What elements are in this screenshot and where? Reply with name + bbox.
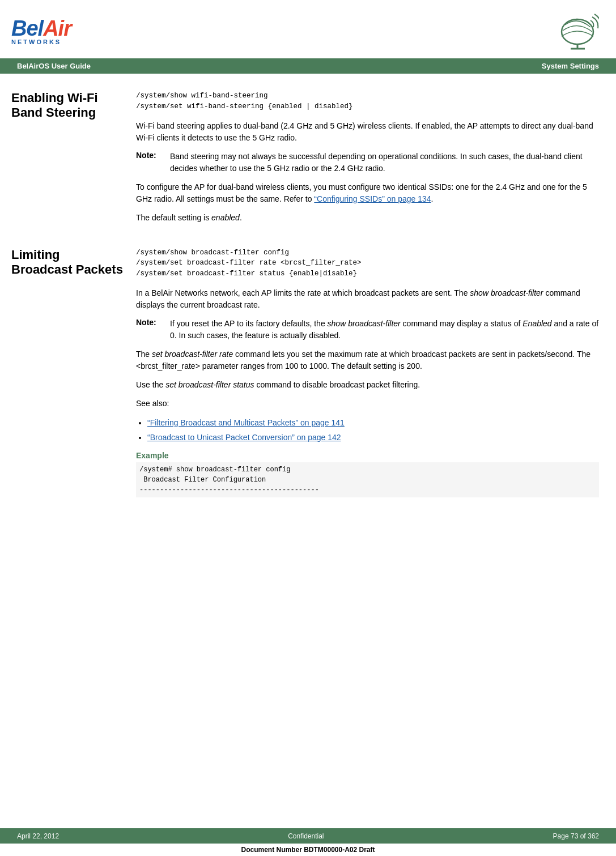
bp4-before: Use the [136, 380, 165, 389]
see-also-list: “Filtering Broadcast and Multicast Packe… [136, 416, 599, 444]
logo-networks-text: NETWORKS [11, 39, 71, 45]
list-item-unicast: “Broadcast to Unicast Packet Conversion”… [147, 431, 599, 444]
logo-air-text: Air [43, 16, 71, 41]
bp4-italic: set broadcast-filter status [165, 380, 254, 389]
logo-belair: BelAir [11, 16, 71, 41]
footer-page: Page 73 of 362 [553, 832, 599, 840]
see-also-label: See also: [136, 398, 599, 410]
section-broadcast-packets: Limiting Broadcast Packets /system/show … [11, 248, 599, 497]
wifi-para-1: Wi-Fi band steering applies to dual-band… [136, 120, 599, 144]
broadcast-note-1: Note: If you reset the AP to its factory… [136, 318, 599, 342]
list-item-filtering: “Filtering Broadcast and Multicast Packe… [147, 416, 599, 429]
wifi-default-italic: enabled [211, 213, 240, 222]
filtering-broadcast-link[interactable]: “Filtering Broadcast and Multicast Packe… [147, 418, 345, 427]
note-content-wifi: Band steering may not always be successf… [170, 151, 599, 174]
logo-area: BelAir NETWORKS [11, 16, 71, 45]
page-footer: April 22, 2012 Confidential Page 73 of 3… [0, 828, 616, 856]
bp1-before: In a BelAir Networks network, each AP li… [136, 288, 470, 297]
logo-bel-text: Bel [11, 16, 43, 41]
note-italic-2: Enabled [522, 319, 551, 328]
section-wifi-band-steering: Enabling Wi-Fi Band Steering /system/sho… [11, 91, 599, 231]
footer-confidential: Confidential [288, 832, 324, 840]
broadcast-code-block: /system/show broadcast-filter config /sy… [136, 248, 599, 279]
section-title-wifi: Enabling Wi-Fi Band Steering [11, 91, 125, 121]
bp3-italic: set broadcast-filter rate [152, 350, 233, 359]
footer-date: April 22, 2012 [17, 832, 59, 840]
section-title-broadcast: Limiting Broadcast Packets [11, 248, 125, 278]
wifi-default-before: The default setting is [136, 213, 211, 222]
bp1-italic: show broadcast-filter [470, 288, 543, 297]
satellite-dish-icon [554, 10, 599, 52]
bp3-before: The [136, 350, 152, 359]
wifi-para-3: The default setting is enabled. [136, 212, 599, 224]
page-header: BelAir NETWORKS [0, 0, 616, 58]
wifi-para-2: To configure the AP for dual-band wirele… [136, 181, 599, 205]
nav-guide-title: BelAirOS User Guide [17, 62, 91, 70]
wifi-code-block: /system/show wifi-band-steering /system/… [136, 91, 599, 112]
broadcast-para-3: The set broadcast-filter rate command le… [136, 348, 599, 372]
wifi-note-1: Note: Band steering may not always be su… [136, 151, 599, 174]
footer-main-bar: April 22, 2012 Confidential Page 73 of 3… [0, 829, 616, 844]
broadcast-para-4: Use the set broadcast-filter status comm… [136, 379, 599, 391]
section-heading-wifi: Enabling Wi-Fi Band Steering [11, 91, 136, 231]
wifi-para-2-after: . [431, 194, 434, 203]
note-content-broadcast: If you reset the AP to its factory defau… [170, 318, 599, 342]
broadcast-para-1: In a BelAir Networks network, each AP li… [136, 287, 599, 311]
section-body-wifi: /system/show wifi-band-steering /system/… [136, 91, 599, 231]
unicast-conversion-link[interactable]: “Broadcast to Unicast Packet Conversion”… [147, 433, 341, 442]
note-label-broadcast: Note: [136, 318, 170, 342]
configuring-ssids-link[interactable]: “Configuring SSIDs” on page 134 [314, 194, 431, 203]
footer-doc-number: Document Number BDTM00000-A02 Draft [0, 844, 616, 856]
nav-section-title: System Settings [542, 62, 599, 70]
nav-bar: BelAirOS User Guide System Settings [0, 58, 616, 74]
example-code-block: /system# show broadcast-filter config Br… [136, 462, 599, 497]
section-body-broadcast: /system/show broadcast-filter config /sy… [136, 248, 599, 497]
section-heading-broadcast: Limiting Broadcast Packets [11, 248, 136, 497]
example-heading: Example [136, 451, 599, 460]
svg-point-0 [562, 19, 593, 44]
main-content: Enabling Wi-Fi Band Steering /system/sho… [0, 74, 616, 526]
note-label-wifi: Note: [136, 151, 170, 174]
example-section: Example /system# show broadcast-filter c… [136, 451, 599, 497]
wifi-default-after: . [240, 213, 242, 222]
bp4-after: command to disable broadcast packet filt… [254, 380, 420, 389]
note-italic-1: show broadcast-filter [328, 319, 401, 328]
